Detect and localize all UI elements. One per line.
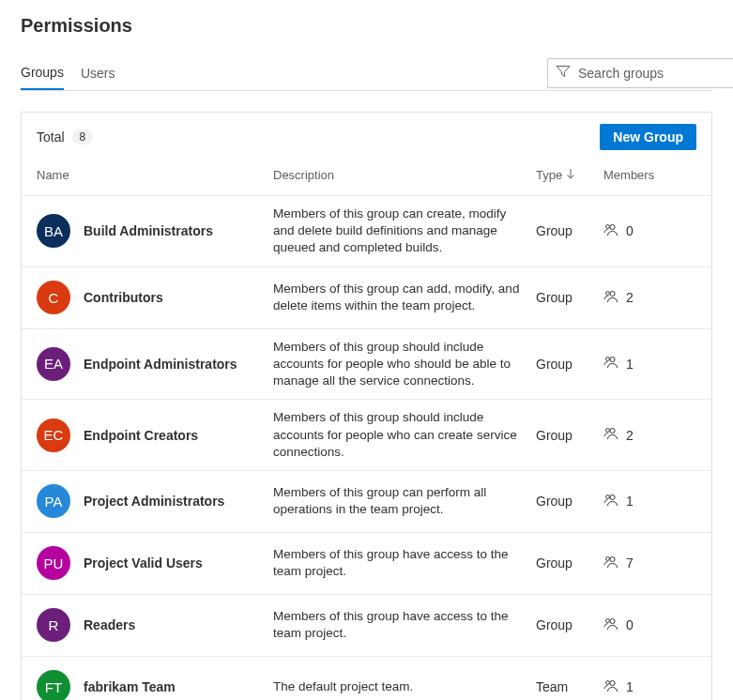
group-description: Members of this group should include acc… — [273, 339, 536, 390]
group-name: fabrikam Team — [84, 679, 176, 694]
svg-point-16 — [606, 681, 610, 685]
group-type: Group — [536, 428, 603, 443]
name-cell: EC Endpoint Creators — [37, 418, 273, 452]
group-avatar: C — [37, 281, 70, 314]
groups-panel: Total 8 New Group Name Description Type — [21, 112, 712, 700]
group-type: Group — [536, 617, 603, 632]
col-type-label: Type — [536, 168, 562, 182]
group-members: 2 — [603, 426, 696, 444]
group-name: Contributors — [84, 290, 163, 305]
search-groups[interactable] — [547, 58, 733, 88]
arrow-down-icon — [566, 168, 575, 182]
svg-point-15 — [610, 680, 615, 685]
table-row[interactable]: EC Endpoint Creators Members of this gro… — [22, 399, 711, 470]
members-count: 1 — [626, 494, 634, 509]
members-count: 2 — [626, 428, 634, 443]
group-description: Members of this group have access to the… — [273, 546, 536, 580]
svg-point-8 — [606, 429, 610, 433]
table-row[interactable]: R Readers Members of this group have acc… — [22, 594, 711, 656]
name-cell: FT fabrikam Team — [37, 670, 273, 700]
name-cell: R Readers — [37, 608, 273, 642]
group-name: Project Valid Users — [84, 555, 203, 571]
filter-icon — [556, 64, 578, 82]
members-icon — [603, 355, 618, 373]
group-members: 1 — [603, 355, 696, 373]
svg-point-13 — [610, 618, 615, 623]
group-avatar: PU — [37, 546, 70, 580]
group-description: Members of this group have access to the… — [273, 608, 536, 642]
tab-users[interactable]: Users — [81, 55, 115, 90]
members-icon — [603, 555, 618, 572]
table-row[interactable]: EA Endpoint Administrators Members of th… — [22, 328, 711, 400]
group-name: Endpoint Administrators — [84, 357, 237, 372]
svg-point-2 — [606, 224, 610, 228]
group-avatar: EC — [37, 418, 70, 452]
table-row[interactable]: PA Project Administrators Members of thi… — [22, 470, 711, 532]
group-type: Group — [536, 494, 603, 509]
table-row[interactable]: PU Project Valid Users Members of this g… — [22, 532, 711, 594]
group-type: Group — [536, 555, 603, 571]
group-members: 0 — [603, 222, 696, 240]
members-icon — [603, 616, 618, 634]
group-members: 1 — [603, 678, 696, 696]
col-description[interactable]: Description — [273, 168, 536, 182]
group-avatar: BA — [37, 214, 70, 248]
members-count: 7 — [626, 555, 634, 571]
new-group-button[interactable]: New Group — [600, 124, 696, 150]
table-row[interactable]: BA Build Administrators Members of this … — [22, 195, 711, 266]
members-icon — [603, 289, 618, 307]
group-name: Project Administrators — [84, 494, 224, 509]
col-type[interactable]: Type — [536, 168, 603, 182]
table-row[interactable]: FT fabrikam Team The default project tea… — [22, 656, 711, 700]
svg-point-7 — [610, 429, 615, 434]
tab-groups[interactable]: Groups — [21, 55, 64, 90]
members-icon — [603, 493, 618, 510]
table-row[interactable]: C Contributors Members of this group can… — [22, 266, 711, 328]
svg-point-12 — [606, 557, 610, 561]
svg-point-10 — [606, 495, 610, 499]
group-description: Members of this group can create, modify… — [273, 205, 536, 257]
topbar: Groups Users — [21, 55, 712, 91]
svg-point-4 — [606, 291, 610, 295]
svg-point-1 — [610, 224, 615, 229]
group-members: 7 — [603, 555, 696, 572]
group-type: Team — [536, 679, 603, 694]
group-name: Endpoint Creators — [84, 428, 198, 443]
members-icon — [603, 678, 618, 696]
group-avatar: FT — [37, 670, 70, 700]
name-cell: PA Project Administrators — [37, 484, 273, 518]
members-icon — [603, 222, 618, 240]
name-cell: BA Build Administrators — [37, 214, 273, 248]
total-count-badge: 8 — [72, 129, 94, 145]
members-count: 2 — [626, 290, 634, 305]
svg-point-6 — [606, 358, 610, 361]
group-description: The default project team. — [273, 678, 536, 695]
group-description: Members of this group should include acc… — [273, 409, 536, 461]
group-avatar: PA — [37, 484, 70, 518]
table-header: Name Description Type Members — [22, 154, 711, 195]
members-count: 0 — [626, 617, 634, 632]
col-name[interactable]: Name — [37, 168, 273, 182]
name-cell: C Contributors — [37, 281, 273, 314]
name-cell: PU Project Valid Users — [37, 546, 273, 580]
group-description: Members of this group can add, modify, a… — [273, 281, 536, 314]
group-type: Group — [536, 290, 603, 305]
svg-point-14 — [606, 619, 610, 623]
group-avatar: EA — [37, 347, 70, 381]
group-type: Group — [536, 357, 603, 372]
groups-table: Name Description Type Members BA Build A… — [22, 154, 711, 700]
group-members: 2 — [603, 289, 696, 307]
members-count: 1 — [626, 679, 634, 694]
search-input[interactable] — [578, 66, 725, 81]
members-icon — [603, 426, 618, 444]
col-members[interactable]: Members — [603, 168, 696, 182]
group-members: 0 — [603, 616, 696, 634]
group-description: Members of this group can perform all op… — [273, 484, 536, 518]
svg-point-11 — [610, 556, 615, 561]
members-count: 1 — [626, 357, 634, 372]
group-avatar: R — [37, 608, 70, 642]
page-title: Permissions — [21, 15, 712, 37]
members-count: 0 — [626, 223, 634, 238]
svg-point-9 — [610, 495, 615, 499]
total-label: Total — [37, 129, 65, 145]
